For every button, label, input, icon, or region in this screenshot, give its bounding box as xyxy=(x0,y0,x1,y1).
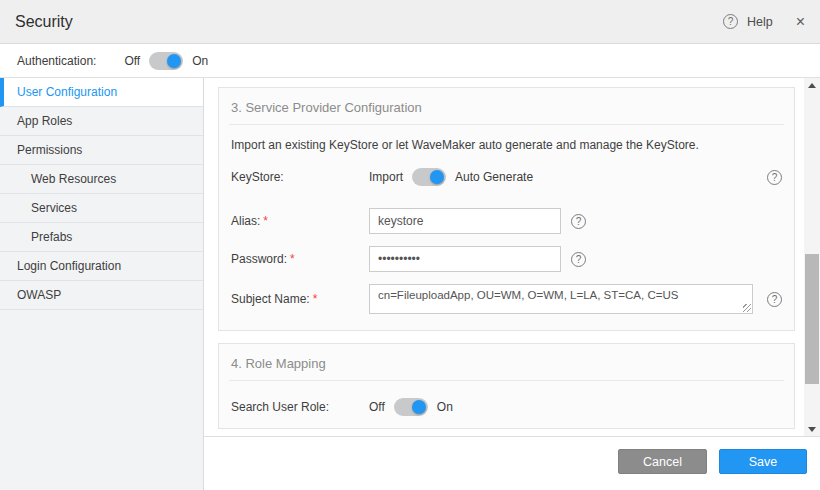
scroll-content: 3. Service Provider Configuration Import… xyxy=(204,78,804,429)
password-row: Password:* ? xyxy=(231,246,784,272)
password-help-icon[interactable]: ? xyxy=(571,252,586,267)
sidebar-item-user-configuration[interactable]: User Configuration xyxy=(0,78,203,107)
password-input[interactable] xyxy=(369,246,561,272)
sidebar-item-login-configuration[interactable]: Login Configuration xyxy=(0,252,203,281)
service-provider-configuration-card: 3. Service Provider Configuration Import… xyxy=(218,87,795,331)
sidebar-item-owasp[interactable]: OWASP xyxy=(0,281,203,310)
sidebar-item-services[interactable]: Services xyxy=(0,194,203,223)
scrollbar-thumb[interactable] xyxy=(805,254,819,384)
scroll-viewport: 3. Service Provider Configuration Import… xyxy=(204,78,820,436)
subject-name-label: Subject Name:* xyxy=(231,292,369,306)
authentication-off-label: Off xyxy=(124,54,140,68)
role-mapping-card: 4. Role Mapping Search User Role: Off On xyxy=(218,343,795,429)
authentication-label: Authentication: xyxy=(17,54,96,68)
search-user-role-toggle[interactable] xyxy=(394,398,428,416)
search-user-role-row: Search User Role: Off On xyxy=(231,398,784,416)
subject-name-textarea[interactable]: cn=FileuploadApp, OU=WM, O=WM, L=LA, ST=… xyxy=(369,284,753,314)
vertical-scrollbar[interactable] xyxy=(804,78,820,436)
dialog-footer: Cancel Save xyxy=(204,436,820,489)
cancel-button[interactable]: Cancel xyxy=(618,449,707,474)
arrow-down-icon xyxy=(808,427,816,432)
security-nav-sidebar: User Configuration App Roles Permissions… xyxy=(0,78,204,490)
keystore-description: Import an existing KeyStore or let WaveM… xyxy=(231,138,784,152)
alias-help-icon[interactable]: ? xyxy=(571,214,586,229)
subject-name-row: Subject Name:* cn=FileuploadApp, OU=WM, … xyxy=(231,284,784,314)
password-label: Password:* xyxy=(231,252,369,266)
resize-grip-icon[interactable] xyxy=(743,304,751,312)
required-asterisk: * xyxy=(290,252,295,266)
arrow-up-icon xyxy=(808,83,816,88)
authentication-on-label: On xyxy=(192,54,208,68)
close-icon[interactable]: × xyxy=(796,14,805,30)
required-asterisk: * xyxy=(263,214,268,228)
keystore-toggle[interactable] xyxy=(412,168,446,186)
required-asterisk: * xyxy=(313,292,318,306)
sidebar-item-permissions[interactable]: Permissions xyxy=(0,136,203,165)
scroll-down-button[interactable] xyxy=(804,422,820,436)
dialog-body: User Configuration App Roles Permissions… xyxy=(0,78,820,490)
help-icon[interactable]: ? xyxy=(723,14,738,29)
scroll-up-button[interactable] xyxy=(804,78,820,92)
help-link[interactable]: Help xyxy=(747,15,773,29)
header-actions: ? Help × xyxy=(723,14,805,30)
dialog-header: Security ? Help × xyxy=(0,0,820,44)
section-divider xyxy=(229,380,784,381)
main-column: 3. Service Provider Configuration Import… xyxy=(204,78,820,490)
toggle-knob xyxy=(412,400,426,414)
section-divider xyxy=(229,124,784,125)
search-user-role-off-label: Off xyxy=(369,400,385,414)
keystore-label: KeyStore: xyxy=(231,170,369,184)
alias-row: Alias:* ? xyxy=(231,208,784,234)
save-button[interactable]: Save xyxy=(719,449,807,474)
sidebar-item-prefabs[interactable]: Prefabs xyxy=(0,223,203,252)
keystore-help-icon[interactable]: ? xyxy=(767,170,782,185)
subject-name-help-icon[interactable]: ? xyxy=(767,292,782,307)
sidebar-item-web-resources[interactable]: Web Resources xyxy=(0,165,203,194)
toggle-knob xyxy=(430,170,444,184)
sidebar-item-app-roles[interactable]: App Roles xyxy=(0,107,203,136)
authentication-bar: Authentication: Off On xyxy=(0,44,820,78)
search-user-role-on-label: On xyxy=(437,400,453,414)
toggle-knob xyxy=(167,54,181,68)
keystore-auto-generate-label: Auto Generate xyxy=(455,170,533,184)
security-dialog: Security ? Help × Authentication: Off On… xyxy=(0,0,820,490)
page-title: Security xyxy=(15,13,73,31)
authentication-toggle[interactable] xyxy=(149,52,183,70)
search-user-role-label: Search User Role: xyxy=(231,400,369,414)
subject-name-field-wrap: cn=FileuploadApp, OU=WM, O=WM, L=LA, ST=… xyxy=(369,284,753,314)
alias-input[interactable] xyxy=(369,208,561,234)
section-title: 4. Role Mapping xyxy=(231,356,784,371)
keystore-import-label: Import xyxy=(369,170,403,184)
alias-label: Alias:* xyxy=(231,214,369,228)
keystore-row: KeyStore: Import Auto Generate ? xyxy=(231,168,784,186)
section-title: 3. Service Provider Configuration xyxy=(231,100,784,115)
